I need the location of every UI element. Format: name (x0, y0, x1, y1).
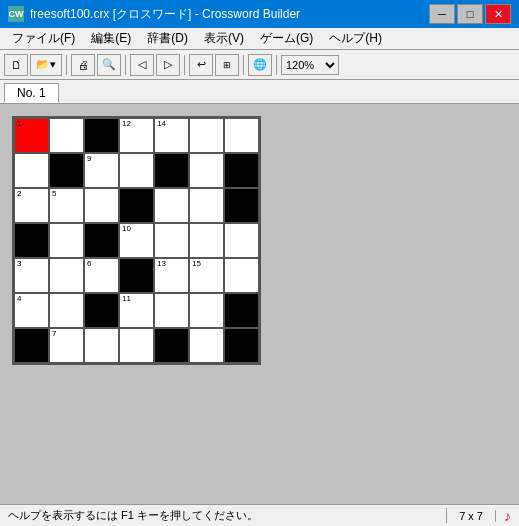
cell-6-6[interactable] (224, 328, 259, 363)
cell-number-10: 10 (122, 225, 131, 233)
close-button[interactable]: ✕ (485, 4, 511, 24)
cell-2-6[interactable] (224, 188, 259, 223)
cell-1-4[interactable] (154, 153, 189, 188)
cell-1-6[interactable] (224, 153, 259, 188)
cell-number-12: 12 (122, 120, 131, 128)
cell-4-6[interactable] (224, 258, 259, 293)
cell-6-1[interactable]: 7 (49, 328, 84, 363)
cell-2-1[interactable]: 5 (49, 188, 84, 223)
toolbar: 🗋 📂▾ 🖨 🔍 ◁ ▷ ↩ ⊞ 🌐 80%100%120%150%200% (0, 50, 519, 80)
cell-1-1[interactable] (49, 153, 84, 188)
cell-1-3[interactable] (119, 153, 154, 188)
window-controls: ─ □ ✕ (429, 4, 511, 24)
grid-row-2: 25 (14, 188, 259, 223)
sep5 (276, 55, 277, 75)
cell-number-11: 11 (122, 295, 131, 303)
cell-5-1[interactable] (49, 293, 84, 328)
cell-number-5: 5 (52, 190, 56, 198)
sep4 (243, 55, 244, 75)
cell-4-0[interactable]: 3 (14, 258, 49, 293)
cell-5-3[interactable]: 11 (119, 293, 154, 328)
cell-1-2[interactable]: 9 (84, 153, 119, 188)
cell-0-2[interactable] (84, 118, 119, 153)
menu-item-ヘルプ(H)[interactable]: ヘルプ(H) (321, 28, 390, 49)
grid-row-1: 9 (14, 153, 259, 188)
cell-number-15: 15 (192, 260, 201, 268)
special-button[interactable]: ⊞ (215, 54, 239, 76)
cell-4-4[interactable]: 13 (154, 258, 189, 293)
cell-6-5[interactable] (189, 328, 224, 363)
main-area: 11214925103613154117 (0, 104, 519, 504)
sep2 (125, 55, 126, 75)
cell-5-4[interactable] (154, 293, 189, 328)
cell-2-4[interactable] (154, 188, 189, 223)
cell-number-9: 9 (87, 155, 91, 163)
cell-4-2[interactable]: 6 (84, 258, 119, 293)
cell-6-4[interactable] (154, 328, 189, 363)
cell-3-1[interactable] (49, 223, 84, 258)
undo-button[interactable]: ↩ (189, 54, 213, 76)
status-music-icon: ♪ (496, 508, 519, 524)
cell-5-6[interactable] (224, 293, 259, 328)
menu-item-ファイル(F)[interactable]: ファイル(F) (4, 28, 83, 49)
cell-3-3[interactable]: 10 (119, 223, 154, 258)
cell-number-6: 6 (87, 260, 91, 268)
cell-1-0[interactable] (14, 153, 49, 188)
grid-row-5: 411 (14, 293, 259, 328)
menu-item-辞書(D)[interactable]: 辞書(D) (139, 28, 196, 49)
cell-0-1[interactable] (49, 118, 84, 153)
grid-row-3: 10 (14, 223, 259, 258)
menu-item-表示(V)[interactable]: 表示(V) (196, 28, 252, 49)
cell-4-5[interactable]: 15 (189, 258, 224, 293)
globe-button[interactable]: 🌐 (248, 54, 272, 76)
cell-2-3[interactable] (119, 188, 154, 223)
cell-4-1[interactable] (49, 258, 84, 293)
cell-0-6[interactable] (224, 118, 259, 153)
print-button[interactable]: 🖨 (71, 54, 95, 76)
cell-3-6[interactable] (224, 223, 259, 258)
cell-number-7: 7 (52, 330, 56, 338)
cell-number-13: 13 (157, 260, 166, 268)
menu-item-ゲーム(G)[interactable]: ゲーム(G) (252, 28, 321, 49)
cell-6-3[interactable] (119, 328, 154, 363)
back-button[interactable]: ◁ (130, 54, 154, 76)
cell-3-0[interactable] (14, 223, 49, 258)
grid-row-0: 11214 (14, 118, 259, 153)
cell-2-0[interactable]: 2 (14, 188, 49, 223)
cell-0-0[interactable]: 1 (14, 118, 49, 153)
status-bar: ヘルプを表示するには F1 キーを押してください。 7 x 7 ♪ (0, 504, 519, 526)
grid-row-6: 7 (14, 328, 259, 363)
tab-bar: No. 1 (0, 80, 519, 104)
maximize-button[interactable]: □ (457, 4, 483, 24)
cell-0-3[interactable]: 12 (119, 118, 154, 153)
cell-6-0[interactable] (14, 328, 49, 363)
cell-5-0[interactable]: 4 (14, 293, 49, 328)
zoom-select[interactable]: 80%100%120%150%200% (281, 55, 339, 75)
cell-number-3: 3 (17, 260, 21, 268)
forward-button[interactable]: ▷ (156, 54, 180, 76)
cell-0-5[interactable] (189, 118, 224, 153)
menu-item-編集(E)[interactable]: 編集(E) (83, 28, 139, 49)
cell-2-5[interactable] (189, 188, 224, 223)
cell-2-2[interactable] (84, 188, 119, 223)
new-button[interactable]: 🗋 (4, 54, 28, 76)
cell-3-5[interactable] (189, 223, 224, 258)
cell-3-2[interactable] (84, 223, 119, 258)
cell-1-5[interactable] (189, 153, 224, 188)
cell-3-4[interactable] (154, 223, 189, 258)
preview-button[interactable]: 🔍 (97, 54, 121, 76)
title-bar: CW freesoft100.crx [クロスワード] - Crossword … (0, 0, 519, 28)
open-button[interactable]: 📂▾ (30, 54, 62, 76)
tab-1[interactable]: No. 1 (4, 83, 59, 103)
cell-4-3[interactable] (119, 258, 154, 293)
grid-row-4: 361315 (14, 258, 259, 293)
cell-5-5[interactable] (189, 293, 224, 328)
cell-5-2[interactable] (84, 293, 119, 328)
title-text: freesoft100.crx [クロスワード] - Crossword Bui… (30, 6, 429, 23)
cell-0-4[interactable]: 14 (154, 118, 189, 153)
status-text: ヘルプを表示するには F1 キーを押してください。 (0, 508, 447, 523)
minimize-button[interactable]: ─ (429, 4, 455, 24)
cell-6-2[interactable] (84, 328, 119, 363)
menu-bar: ファイル(F)編集(E)辞書(D)表示(V)ゲーム(G)ヘルプ(H) (0, 28, 519, 50)
cell-number-2: 2 (17, 190, 21, 198)
